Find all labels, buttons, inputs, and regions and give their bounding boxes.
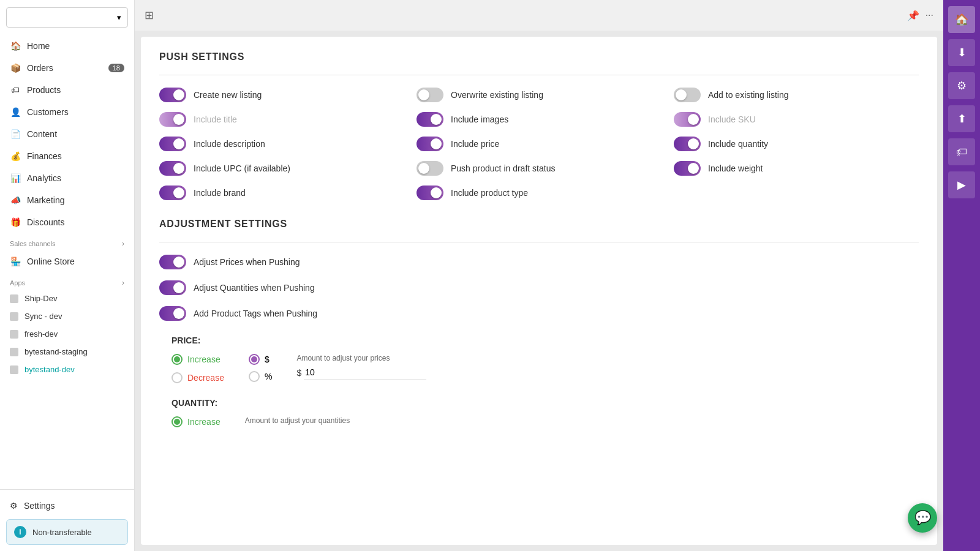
toggle-include-images[interactable] xyxy=(417,112,443,127)
top-bar-left: ⊞ xyxy=(145,9,154,22)
adj-toggle-adjust-prices[interactable] xyxy=(159,255,186,269)
radio-label-decrease: Decrease xyxy=(187,373,224,383)
toggle-row-include-price: Include price xyxy=(417,137,662,151)
sidebar-item-products[interactable]: 🏷Products xyxy=(0,79,134,101)
right-home-btn[interactable]: 🏠 xyxy=(948,6,975,33)
sidebar-item-online-store[interactable]: 🏪 Online Store xyxy=(0,250,134,272)
app-item-fresh-dev[interactable]: fresh-dev xyxy=(0,325,134,343)
app-item-sync-dev[interactable]: Sync - dev xyxy=(0,307,134,325)
toggle-include-sku[interactable] xyxy=(674,112,701,127)
toggle-row-include-weight: Include weight xyxy=(674,161,919,176)
products-icon: 🏷 xyxy=(10,84,21,96)
toggle-include-description[interactable] xyxy=(159,137,186,151)
toggle-label-include-brand: Include brand xyxy=(194,188,246,198)
toggle-overwrite-existing[interactable] xyxy=(417,88,443,102)
toggle-add-to-existing[interactable] xyxy=(674,88,701,102)
price-input-wrapper: Amount to adjust your prices $ xyxy=(296,354,426,380)
radio-label-increase-qty: Increase xyxy=(187,417,221,427)
adj-toggle-adjust-quantities[interactable] xyxy=(159,280,186,295)
sidebar-item-orders[interactable]: 📦Orders18 xyxy=(0,57,134,79)
store-dropdown[interactable]: ▾ xyxy=(6,7,128,28)
price-type-dollar[interactable]: $ xyxy=(249,354,272,365)
radio-btn-increase[interactable] xyxy=(172,354,183,365)
price-adjustment-row: IncreaseDecrease $% Amount to adjust you… xyxy=(172,354,919,383)
dollar-sign-icon: $ xyxy=(296,368,301,378)
right-filter-btn[interactable]: ⚙ xyxy=(948,72,975,99)
sales-channels-arrow[interactable]: › xyxy=(122,239,124,248)
sidebar-item-discounts[interactable]: 🎁Discounts xyxy=(0,211,134,233)
radio-type-label-percent: % xyxy=(265,372,272,381)
price-amount-input[interactable] xyxy=(304,365,426,380)
right-tag-btn[interactable]: 🏷 xyxy=(948,138,975,165)
app-item-bytestand-dev[interactable]: bytestand-dev xyxy=(0,361,134,378)
settings-item[interactable]: ⚙ Settings xyxy=(6,496,128,515)
right-panel: 🏠 ⬇ ⚙ ⬆ 🏷 ▶ xyxy=(943,0,980,551)
toggle-label-add-to-existing: Add to existing listing xyxy=(708,90,789,100)
app-item-bytestand-staging[interactable]: bytestand-staging xyxy=(0,343,134,361)
more-icon[interactable]: ··· xyxy=(925,10,933,21)
quantity-section: QUANTITY: Increase Amount to adjust your… xyxy=(172,398,919,427)
toggle-include-quantity[interactable] xyxy=(674,137,701,151)
toggle-label-include-description: Include description xyxy=(194,139,265,149)
toggle-include-weight[interactable] xyxy=(674,161,701,176)
sidebar: ▾ 🏠Home📦Orders18🏷Products👤Customers📄Cont… xyxy=(0,0,135,551)
top-bar-right: 📌 ··· xyxy=(907,10,933,21)
right-upload-btn[interactable]: ⬆ xyxy=(948,105,975,132)
toggle-label-include-quantity: Include quantity xyxy=(708,139,768,149)
quantity-adjustment-row: Increase Amount to adjust your quantitie… xyxy=(172,416,919,427)
radio-type-label-dollar: $ xyxy=(265,354,270,364)
quantity-input-label: Amount to adjust your quantities xyxy=(245,416,350,425)
right-download-btn[interactable]: ⬇ xyxy=(948,39,975,66)
toggle-label-include-upc: Include UPC (if available) xyxy=(194,163,290,173)
info-icon: i xyxy=(14,526,26,538)
toggle-include-upc[interactable] xyxy=(159,161,186,176)
grid-icon[interactable]: ⊞ xyxy=(145,9,154,22)
sidebar-item-content[interactable]: 📄Content xyxy=(0,123,134,145)
radio-btn-decrease[interactable] xyxy=(172,372,183,383)
radio-label-increase: Increase xyxy=(187,354,221,364)
quantity-direction-group: Increase xyxy=(172,416,221,427)
adj-toggle-row-adjust-prices: Adjust Prices when Pushing xyxy=(159,255,919,269)
qty-direction-increase-qty[interactable]: Increase xyxy=(172,416,221,427)
toggle-row-include-title: Include title xyxy=(159,112,404,127)
fresh-dev-icon xyxy=(10,330,18,339)
toggle-create-new-listing[interactable] xyxy=(159,88,186,102)
adjustment-settings-section: ADJUSTMENT SETTINGS Adjust Prices when P… xyxy=(159,219,919,427)
apps-arrow[interactable]: › xyxy=(122,279,124,287)
bytestand-dev-icon xyxy=(10,365,18,374)
toggle-include-price[interactable] xyxy=(417,137,443,151)
chat-fab-button[interactable]: 💬 xyxy=(908,503,937,533)
sidebar-item-home[interactable]: 🏠Home xyxy=(0,35,134,57)
sidebar-item-marketing[interactable]: 📣Marketing xyxy=(0,189,134,211)
toggle-include-product-type[interactable] xyxy=(417,186,443,200)
app-item-ship-dev[interactable]: Ship-Dev xyxy=(0,290,134,307)
radio-type-btn-percent[interactable] xyxy=(249,371,260,382)
sidebar-item-customers[interactable]: 👤Customers xyxy=(0,101,134,123)
toggle-row-include-brand: Include brand xyxy=(159,186,404,200)
toggle-label-include-images: Include images xyxy=(451,114,508,124)
push-settings-section: PUSH SETTINGS Create new listingOverwrit… xyxy=(159,51,919,200)
orders-badge: 18 xyxy=(108,64,124,72)
chevron-down-icon: ▾ xyxy=(117,13,121,22)
price-direction-increase[interactable]: Increase xyxy=(172,354,224,365)
analytics-icon: 📊 xyxy=(10,173,21,184)
store-icon: 🏪 xyxy=(10,256,21,267)
radio-btn-increase-qty[interactable] xyxy=(172,416,183,427)
price-type-group: $% xyxy=(249,354,272,382)
bytestand-staging-icon xyxy=(10,348,18,356)
sidebar-item-analytics[interactable]: 📊Analytics xyxy=(0,167,134,189)
adj-toggle-label-adjust-quantities: Adjust Quantities when Pushing xyxy=(194,283,315,293)
adj-toggle-add-product-tags[interactable] xyxy=(159,306,186,321)
price-type-percent[interactable]: % xyxy=(249,371,272,382)
sidebar-item-finances[interactable]: 💰Finances xyxy=(0,145,134,167)
price-direction-decrease[interactable]: Decrease xyxy=(172,372,224,383)
radio-type-btn-dollar[interactable] xyxy=(249,354,260,365)
toggle-include-title[interactable] xyxy=(159,112,186,127)
toggle-include-brand[interactable] xyxy=(159,186,186,200)
toggle-push-draft[interactable] xyxy=(417,161,443,176)
adj-toggle-label-add-product-tags: Add Product Tags when Pushing xyxy=(194,309,317,318)
push-settings-title: PUSH SETTINGS xyxy=(159,51,919,62)
toggle-row-overwrite-existing: Overwrite existing listing xyxy=(417,88,662,102)
sidebar-bottom: ⚙ Settings i Non-transferable xyxy=(0,489,134,551)
right-play-btn[interactable]: ▶ xyxy=(948,171,975,198)
